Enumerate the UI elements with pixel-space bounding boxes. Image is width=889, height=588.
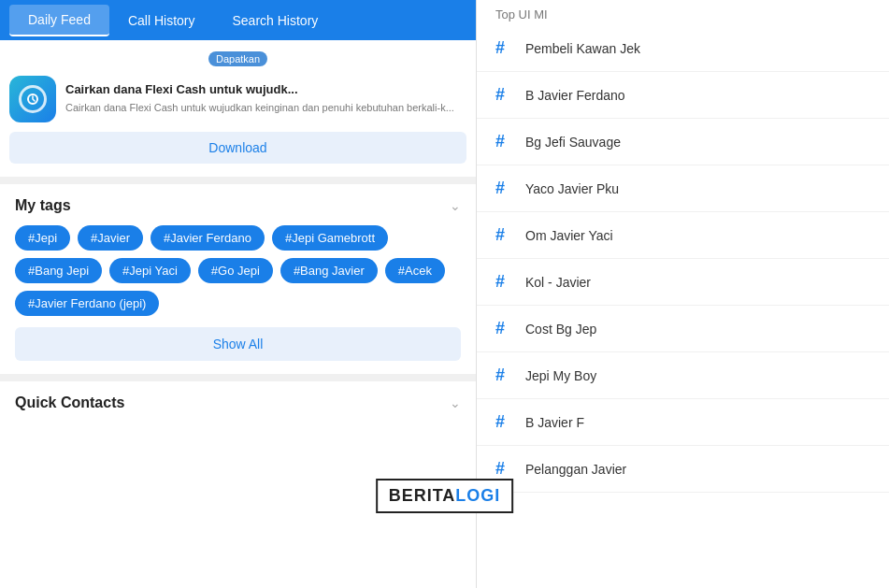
tag-chip[interactable]: #Acek	[385, 258, 445, 283]
contact-name: Yaco Javier Pku	[525, 181, 619, 196]
ad-app-icon	[9, 76, 56, 122]
ad-text-block: Cairkan dana Flexi Cash untuk wujudk... …	[65, 82, 466, 115]
left-scroll-area: Dapatkan Cairkan dana Flexi Cash untuk w…	[0, 40, 476, 588]
ad-section: Dapatkan Cairkan dana Flexi Cash untuk w…	[0, 40, 476, 177]
my-tags-title: My tags	[15, 197, 71, 214]
contact-item[interactable]: #Kol - Javier	[477, 259, 889, 306]
contact-item[interactable]: #Jepi My Boy	[477, 352, 889, 399]
hash-icon: #	[495, 225, 514, 245]
contact-name: Pembeli Kawan Jek	[525, 41, 640, 56]
chevron-down-icon[interactable]: ⌄	[450, 198, 461, 213]
contact-name: Om Javier Yaci	[525, 228, 613, 243]
tab-daily-feed[interactable]: Daily Feed	[9, 5, 109, 36]
ad-title: Cairkan dana Flexi Cash untuk wujudk...	[65, 82, 466, 98]
tag-chip[interactable]: #Javier	[78, 225, 143, 251]
hash-icon: #	[495, 38, 514, 58]
tag-chip[interactable]: #Go Jepi	[198, 258, 273, 283]
contact-name: B Javier Ferdano	[525, 88, 625, 103]
contact-item[interactable]: #Pembeli Kawan Jek	[477, 25, 889, 72]
contact-name: Jepi My Boy	[525, 368, 596, 383]
tag-chip[interactable]: #Bang Javier	[280, 258, 378, 283]
show-all-button[interactable]: Show All	[15, 327, 461, 361]
contacts-list: #Pembeli Kawan Jek#B Javier Ferdano#Bg J…	[477, 25, 889, 493]
tag-chip[interactable]: #Bang Jepi	[15, 258, 102, 283]
contact-item[interactable]: #Yaco Javier Pku	[477, 165, 889, 212]
contact-name: B Javier F	[525, 415, 584, 430]
tags-container: #Jepi#Javier#Javier Ferdano#Jepi Gamebro…	[15, 225, 461, 316]
ad-icon-inner	[19, 85, 47, 113]
quick-contacts-section: Quick Contacts ⌄	[0, 381, 476, 430]
divider	[0, 177, 476, 184]
my-tags-section: My tags ⌄ #Jepi#Javier#Javier Ferdano#Je…	[0, 184, 476, 374]
tag-chip[interactable]: #Jepi	[15, 225, 70, 251]
tag-chip[interactable]: #Jepi Gamebrott	[272, 225, 388, 251]
divider-2	[0, 374, 476, 381]
tag-chip[interactable]: #Javier Ferdano	[151, 225, 265, 251]
right-panel: Top UI MI #Pembeli Kawan Jek#B Javier Fe…	[477, 0, 889, 588]
left-panel: Daily Feed Call History Search History D…	[0, 0, 477, 588]
contact-name: Bg Jefi Sauvage	[525, 135, 621, 150]
ad-badge: Dapatkan	[208, 51, 267, 66]
contact-item[interactable]: #Cost Bg Jep	[477, 306, 889, 352]
hash-icon: #	[495, 366, 514, 385]
hash-icon: #	[495, 132, 514, 151]
hash-icon: #	[495, 319, 514, 338]
contact-item[interactable]: #B Javier F	[477, 399, 889, 446]
hash-icon: #	[495, 272, 514, 292]
contact-name: Cost Bg Jep	[525, 322, 596, 337]
download-button[interactable]: Download	[9, 132, 466, 164]
contact-item[interactable]: #Bg Jefi Sauvage	[477, 119, 889, 165]
ad-description: Cairkan dana Flexi Cash untuk wujudkan k…	[65, 101, 466, 115]
contact-item[interactable]: #Om Javier Yaci	[477, 212, 889, 259]
tab-call-history[interactable]: Call History	[109, 6, 214, 36]
contact-name: Kol - Javier	[525, 275, 591, 290]
my-tags-header: My tags ⌄	[15, 197, 461, 214]
quick-contacts-chevron-icon[interactable]: ⌄	[450, 395, 461, 410]
hash-icon: #	[495, 179, 514, 198]
contact-name: Pelanggan Javier	[525, 462, 626, 477]
tag-chip[interactable]: #Jepi Yaci	[109, 258, 191, 283]
contact-item[interactable]: #B Javier Ferdano	[477, 72, 889, 119]
tag-chip[interactable]: #Javier Ferdano (jepi)	[15, 291, 159, 316]
tab-bar: Daily Feed Call History Search History	[0, 0, 476, 40]
top-uid-label: Top UI MI	[477, 0, 889, 25]
quick-contacts-title: Quick Contacts	[15, 394, 124, 411]
hash-icon: #	[495, 459, 514, 479]
hash-icon: #	[495, 85, 514, 105]
quick-contacts-header: Quick Contacts ⌄	[15, 394, 461, 411]
ad-content: Cairkan dana Flexi Cash untuk wujudk... …	[9, 76, 466, 122]
tab-search-history[interactable]: Search History	[214, 6, 337, 36]
hash-icon: #	[495, 412, 514, 432]
contact-item[interactable]: #Pelanggan Javier	[477, 446, 889, 493]
